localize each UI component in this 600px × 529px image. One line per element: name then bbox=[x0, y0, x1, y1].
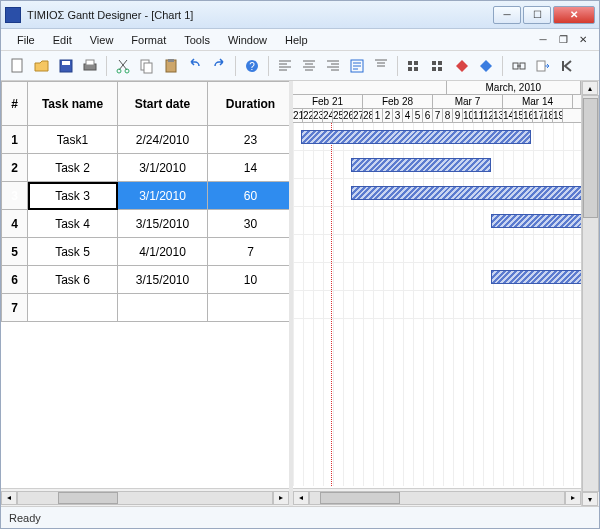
task-name-cell[interactable]: Task 6 bbox=[28, 266, 118, 294]
task-name-cell[interactable] bbox=[28, 294, 118, 322]
blue-marker-icon[interactable] bbox=[475, 55, 497, 77]
table-row[interactable]: 5Task 54/1/20107 bbox=[2, 238, 294, 266]
duration-cell[interactable]: 23 bbox=[208, 126, 294, 154]
gantt-row[interactable] bbox=[293, 291, 581, 319]
col-header-start-date[interactable]: Start date bbox=[118, 82, 208, 126]
scroll-right-icon[interactable]: ▸ bbox=[565, 491, 581, 505]
col-header-duration[interactable]: Duration bbox=[208, 82, 294, 126]
row-number-cell[interactable]: 1 bbox=[2, 126, 28, 154]
grid-h-scrollbar[interactable]: ◂ ▸ bbox=[1, 488, 289, 506]
gantt-row[interactable] bbox=[293, 263, 581, 291]
copy-icon[interactable] bbox=[136, 55, 158, 77]
gantt-row[interactable] bbox=[293, 151, 581, 179]
scroll-up-icon[interactable]: ▴ bbox=[582, 81, 598, 95]
gantt-bar[interactable] bbox=[301, 130, 531, 144]
row-number-cell[interactable]: 6 bbox=[2, 266, 28, 294]
gantt-h-scrollbar[interactable]: ◂ ▸ bbox=[293, 488, 581, 506]
start-date-cell[interactable]: 4/1/2010 bbox=[118, 238, 208, 266]
minimize-button[interactable]: ─ bbox=[493, 6, 521, 24]
duration-cell[interactable]: 30 bbox=[208, 210, 294, 238]
wrap-icon[interactable] bbox=[346, 55, 368, 77]
save-icon[interactable] bbox=[55, 55, 77, 77]
start-date-cell[interactable] bbox=[118, 294, 208, 322]
menu-edit[interactable]: Edit bbox=[45, 32, 80, 48]
table-row[interactable]: 2Task 23/1/201014 bbox=[2, 154, 294, 182]
start-date-cell[interactable]: 3/15/2010 bbox=[118, 210, 208, 238]
menu-format[interactable]: Format bbox=[123, 32, 174, 48]
indent-icon[interactable] bbox=[427, 55, 449, 77]
new-icon[interactable] bbox=[7, 55, 29, 77]
align-center-icon[interactable] bbox=[298, 55, 320, 77]
table-row[interactable]: 4Task 43/15/201030 bbox=[2, 210, 294, 238]
scroll-left-icon[interactable]: ◂ bbox=[293, 491, 309, 505]
duration-cell[interactable]: 7 bbox=[208, 238, 294, 266]
duration-cell[interactable]: 14 bbox=[208, 154, 294, 182]
help-icon[interactable]: ? bbox=[241, 55, 263, 77]
task-name-cell[interactable]: Task1 bbox=[28, 126, 118, 154]
scroll-thumb[interactable] bbox=[320, 492, 400, 504]
scroll-track[interactable] bbox=[582, 95, 599, 492]
titlebar[interactable]: TIMIOΣ Gantt Designer - [Chart 1] ─ ☐ ✕ bbox=[1, 1, 599, 29]
task-table[interactable]: # Task name Start date Duration 1Task12/… bbox=[1, 81, 293, 322]
start-date-cell[interactable]: 3/15/2010 bbox=[118, 266, 208, 294]
duration-cell[interactable] bbox=[208, 294, 294, 322]
align-left-icon[interactable] bbox=[274, 55, 296, 77]
table-row[interactable]: 6Task 63/15/201010 bbox=[2, 266, 294, 294]
open-icon[interactable] bbox=[31, 55, 53, 77]
row-number-cell[interactable]: 7 bbox=[2, 294, 28, 322]
start-date-cell[interactable]: 3/1/2010 bbox=[118, 182, 208, 210]
table-row[interactable]: 3Task 33/1/201060 bbox=[2, 182, 294, 210]
scroll-down-icon[interactable]: ▾ bbox=[582, 492, 598, 506]
task-name-cell[interactable]: Task 4 bbox=[28, 210, 118, 238]
scroll-right-icon[interactable]: ▸ bbox=[273, 491, 289, 505]
gantt-body[interactable] bbox=[293, 123, 581, 486]
row-number-cell[interactable]: 3 bbox=[2, 182, 28, 210]
paste-icon[interactable] bbox=[160, 55, 182, 77]
cut-icon[interactable] bbox=[112, 55, 134, 77]
redo-icon[interactable] bbox=[208, 55, 230, 77]
gantt-row[interactable] bbox=[293, 207, 581, 235]
menu-file[interactable]: File bbox=[9, 32, 43, 48]
align-right-icon[interactable] bbox=[322, 55, 344, 77]
scroll-thumb[interactable] bbox=[583, 98, 598, 218]
mdi-minimize-icon[interactable]: ─ bbox=[535, 33, 551, 47]
menu-help[interactable]: Help bbox=[277, 32, 316, 48]
gantt-row[interactable] bbox=[293, 179, 581, 207]
task-name-cell[interactable]: Task 2 bbox=[28, 154, 118, 182]
start-date-cell[interactable]: 2/24/2010 bbox=[118, 126, 208, 154]
undo-icon[interactable] bbox=[184, 55, 206, 77]
start-date-cell[interactable]: 3/1/2010 bbox=[118, 154, 208, 182]
align-top-icon[interactable] bbox=[370, 55, 392, 77]
mdi-close-icon[interactable]: ✕ bbox=[575, 33, 591, 47]
table-row[interactable]: 1Task12/24/201023 bbox=[2, 126, 294, 154]
menu-view[interactable]: View bbox=[82, 32, 122, 48]
row-number-cell[interactable]: 5 bbox=[2, 238, 28, 266]
collapse-icon[interactable] bbox=[556, 55, 578, 77]
gantt-row[interactable] bbox=[293, 123, 581, 151]
duration-cell[interactable]: 10 bbox=[208, 266, 294, 294]
goto-icon[interactable] bbox=[532, 55, 554, 77]
col-header-number[interactable]: # bbox=[2, 82, 28, 126]
task-name-cell[interactable]: Task 3 bbox=[28, 182, 118, 210]
maximize-button[interactable]: ☐ bbox=[523, 6, 551, 24]
gantt-row[interactable] bbox=[293, 235, 581, 263]
gantt-bar[interactable] bbox=[351, 186, 581, 200]
outdent-icon[interactable] bbox=[403, 55, 425, 77]
row-number-cell[interactable]: 2 bbox=[2, 154, 28, 182]
print-icon[interactable] bbox=[79, 55, 101, 77]
gantt-bar[interactable] bbox=[491, 270, 581, 284]
gantt-bar[interactable] bbox=[351, 158, 491, 172]
row-number-cell[interactable]: 4 bbox=[2, 210, 28, 238]
duration-cell[interactable]: 60 bbox=[208, 182, 294, 210]
gantt-bar[interactable] bbox=[491, 214, 581, 228]
scroll-track[interactable] bbox=[17, 491, 273, 505]
link-icon[interactable] bbox=[508, 55, 530, 77]
menu-window[interactable]: Window bbox=[220, 32, 275, 48]
gantt-v-scrollbar[interactable]: ▴ ▾ bbox=[581, 81, 599, 506]
task-name-cell[interactable]: Task 5 bbox=[28, 238, 118, 266]
table-row[interactable]: 7 bbox=[2, 294, 294, 322]
scroll-track[interactable] bbox=[309, 491, 565, 505]
menu-tools[interactable]: Tools bbox=[176, 32, 218, 48]
mdi-restore-icon[interactable]: ❐ bbox=[555, 33, 571, 47]
col-header-task-name[interactable]: Task name bbox=[28, 82, 118, 126]
